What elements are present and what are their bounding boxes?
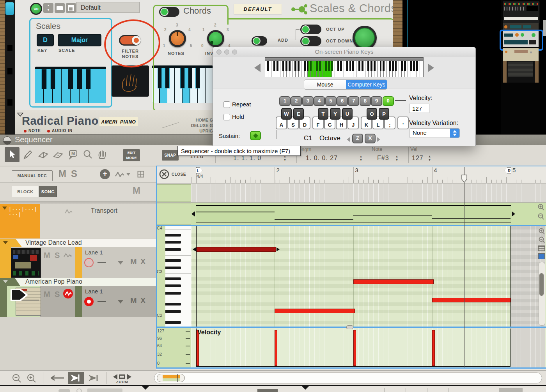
piano-keys-gutter[interactable] (165, 226, 191, 327)
repeat-checkbox[interactable] (223, 101, 230, 108)
black-key-row[interactable] (165, 277, 181, 280)
piano-key-black[interactable] (352, 61, 354, 71)
track-mute-button[interactable]: M (44, 251, 50, 260)
piano-key-black[interactable] (367, 61, 369, 71)
patch-tape-label[interactable]: DEFAULT (234, 4, 282, 14)
note-style-button[interactable] (538, 253, 545, 259)
razor-tool[interactable] (51, 147, 66, 162)
lane-strip[interactable] (156, 184, 546, 202)
keyboard-scroll-right[interactable] (428, 64, 434, 72)
midi-note[interactable] (275, 309, 355, 313)
disclosure-triangle[interactable] (3, 241, 8, 244)
black-key-row[interactable] (165, 310, 181, 313)
piano-key-black[interactable] (401, 61, 403, 71)
black-key-row[interactable] (165, 321, 181, 324)
add-track-button[interactable]: + (100, 169, 110, 179)
automation-icon[interactable] (115, 171, 125, 177)
piano-key-black[interactable] (413, 61, 415, 71)
note-right-handle[interactable] (277, 247, 280, 251)
clip-right-handle[interactable] (512, 211, 515, 217)
follow-off-icon[interactable] (50, 374, 66, 382)
black-key-W[interactable]: W (281, 108, 292, 120)
loop-right-marker[interactable]: R (505, 168, 511, 173)
note-value[interactable]: F#3 (377, 155, 389, 162)
piano-key-black[interactable] (307, 61, 309, 71)
black-key-row[interactable] (165, 248, 181, 251)
piano-key-black[interactable] (310, 61, 312, 71)
piano-keys-dialog[interactable]: On-screen Piano Keys Mouse Computer Keys… (213, 47, 476, 146)
number-key-3[interactable]: 3 (302, 96, 314, 106)
chords-main-knob[interactable] (353, 26, 377, 50)
lane-close-button[interactable]: X (140, 296, 145, 305)
black-key-row[interactable] (165, 267, 181, 269)
lane-close-button[interactable]: X (140, 257, 145, 266)
length-value[interactable]: 1. 0. 0. 27 (306, 155, 338, 162)
midi-note[interactable] (353, 279, 434, 284)
track-transport[interactable]: |···|···|···| Transport (0, 204, 156, 238)
automation-dropdown-arrow[interactable] (126, 173, 130, 176)
snap-button[interactable]: SNAP (162, 150, 179, 161)
piano-key-black[interactable] (362, 61, 363, 71)
piano-key-black[interactable] (380, 61, 382, 71)
piano-key-black[interactable] (370, 61, 372, 71)
hold-checkbox[interactable] (223, 114, 230, 120)
piano-key-black[interactable] (374, 61, 376, 71)
scale-keyboard-display[interactable] (35, 67, 106, 103)
disclosure-triangle[interactable] (2, 207, 7, 210)
vel-stepper[interactable]: ▲▼ (427, 155, 432, 162)
clip-left-handle[interactable] (191, 211, 195, 217)
playhead-flag[interactable] (461, 175, 467, 183)
piano-key-black[interactable] (337, 61, 339, 71)
preset-name-field[interactable]: Default (76, 2, 140, 13)
black-key-row[interactable] (165, 292, 181, 295)
close-button[interactable]: CLOSE (172, 172, 186, 177)
timeline-ruler[interactable]: CLOSE 2345LR 4/4 (156, 166, 546, 184)
clip-end-border[interactable] (510, 226, 511, 327)
piano-key-black[interactable] (416, 61, 418, 71)
piano-key-black[interactable] (304, 61, 306, 71)
window-fold-icon[interactable] (3, 136, 11, 145)
key-value-field[interactable]: D (37, 34, 54, 46)
black-key-row[interactable] (165, 259, 181, 262)
midi-note[interactable] (432, 298, 512, 302)
piano-key-black[interactable] (319, 61, 321, 71)
piano-key-black[interactable] (410, 61, 412, 71)
number-key-9[interactable]: 9 (371, 96, 382, 106)
zoom-in-icon[interactable] (27, 373, 37, 383)
preset-folder-button[interactable] (55, 3, 65, 13)
white-key-'[interactable]: ' (397, 117, 409, 129)
piano-key-black[interactable] (331, 61, 333, 71)
black-key-row[interactable] (165, 234, 181, 237)
notes-knob[interactable] (169, 30, 186, 47)
black-key-E[interactable]: E (293, 108, 304, 120)
piano-key-black[interactable] (298, 61, 300, 71)
piano-key-black[interactable] (358, 61, 360, 71)
roll-vscrollbar[interactable] (539, 262, 545, 326)
roll-zoom-in-icon[interactable] (538, 228, 545, 235)
piano-key-black[interactable] (395, 61, 397, 71)
lane-record-button-active[interactable] (84, 297, 94, 306)
rack-thumb-mixer[interactable] (503, 2, 539, 23)
black-key-row[interactable] (165, 303, 181, 305)
vel-value[interactable]: 127 (412, 155, 424, 162)
piano-roll[interactable]: C4C3C2 (156, 226, 546, 327)
tab-computer-keys[interactable]: Computer Keys (346, 80, 387, 89)
piano-key-black[interactable] (349, 61, 351, 71)
black-key-row[interactable] (165, 241, 181, 244)
rack-navigator[interactable] (501, 0, 540, 134)
keyboard-scroll-left[interactable] (254, 64, 261, 72)
hand-tool[interactable] (95, 147, 110, 162)
track-vintage-row[interactable]: M S Lane 1 M X (0, 247, 156, 278)
note-stepper[interactable]: ▲▼ (395, 155, 399, 162)
number-key-2[interactable]: 2 (291, 96, 302, 106)
mute-all-button[interactable]: M (58, 168, 66, 179)
black-key-row[interactable] (165, 284, 181, 287)
lane-mute-button[interactable]: M (130, 257, 137, 266)
octave-down-key[interactable]: Z (352, 134, 363, 143)
note-left-handle[interactable] (193, 247, 196, 251)
overview-zoom-out-icon[interactable] (537, 213, 544, 221)
piano-key-black[interactable] (277, 61, 278, 71)
lane-name[interactable]: Lane 1 (85, 288, 103, 295)
track-name[interactable]: American Pop Piano (25, 278, 82, 285)
sustain-key-button[interactable] (250, 131, 261, 140)
